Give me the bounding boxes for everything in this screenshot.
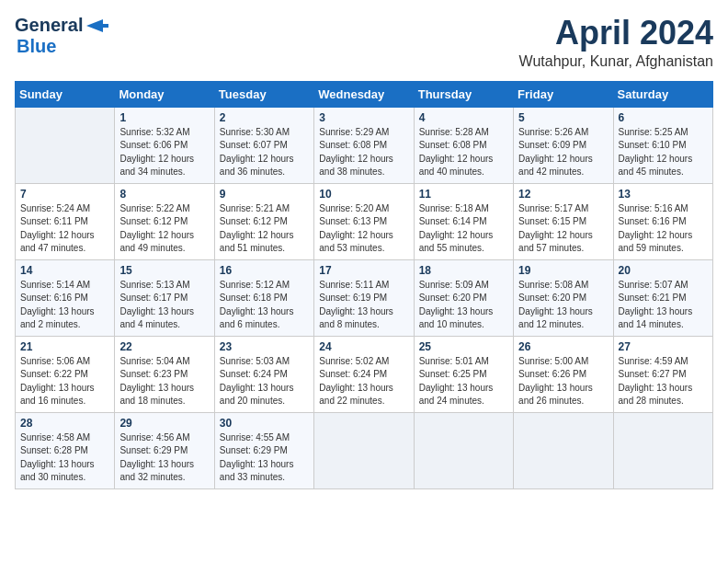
calendar-week-row: 21Sunrise: 5:06 AM Sunset: 6:22 PM Dayli… [16,336,713,412]
day-info: Sunrise: 5:21 AM Sunset: 6:12 PM Dayligh… [220,202,309,256]
day-number: 3 [319,111,408,124]
calendar-cell: 1Sunrise: 5:32 AM Sunset: 6:06 PM Daylig… [115,107,214,183]
day-info: Sunrise: 4:59 AM Sunset: 6:27 PM Dayligh… [619,355,708,408]
day-number: 5 [518,111,608,124]
calendar-cell: 15Sunrise: 5:13 AM Sunset: 6:17 PM Dayli… [115,259,214,336]
calendar-cell: 22Sunrise: 5:04 AM Sunset: 6:23 PM Dayli… [115,336,214,412]
calendar-cell: 3Sunrise: 5:29 AM Sunset: 6:08 PM Daylig… [314,107,414,183]
day-info: Sunrise: 5:28 AM Sunset: 6:08 PM Dayligh… [419,126,508,179]
day-info: Sunrise: 4:56 AM Sunset: 6:29 PM Dayligh… [119,431,209,485]
day-number: 2 [220,111,309,124]
day-number: 4 [419,111,508,124]
calendar-cell: 16Sunrise: 5:12 AM Sunset: 6:18 PM Dayli… [214,259,313,336]
day-number: 24 [319,340,408,353]
calendar-week-row: 1Sunrise: 5:32 AM Sunset: 6:06 PM Daylig… [16,107,713,183]
day-info: Sunrise: 5:06 AM Sunset: 6:22 PM Dayligh… [20,355,109,408]
day-info: Sunrise: 5:29 AM Sunset: 6:08 PM Dayligh… [319,126,408,179]
calendar-cell: 5Sunrise: 5:26 AM Sunset: 6:09 PM Daylig… [514,107,613,183]
day-number: 7 [20,188,109,201]
calendar-cell: 10Sunrise: 5:20 AM Sunset: 6:13 PM Dayli… [314,183,414,259]
day-number: 18 [419,264,508,277]
calendar-cell: 2Sunrise: 5:30 AM Sunset: 6:07 PM Daylig… [214,107,313,183]
page-header: General Blue April 2024 Wutahpur, Kunar,… [15,15,713,70]
day-info: Sunrise: 4:58 AM Sunset: 6:28 PM Dayligh… [20,431,109,485]
day-number: 13 [619,188,708,201]
calendar-cell: 29Sunrise: 4:56 AM Sunset: 6:29 PM Dayli… [115,412,214,488]
calendar-cell: 20Sunrise: 5:07 AM Sunset: 6:21 PM Dayli… [613,259,712,336]
calendar-cell: 30Sunrise: 4:55 AM Sunset: 6:29 PM Dayli… [214,412,313,488]
day-number: 29 [119,417,209,430]
day-number: 8 [119,188,209,201]
weekday-header: Thursday [414,81,513,107]
day-info: Sunrise: 5:25 AM Sunset: 6:10 PM Dayligh… [619,126,708,179]
calendar-week-row: 28Sunrise: 4:58 AM Sunset: 6:28 PM Dayli… [16,412,713,488]
day-info: Sunrise: 5:03 AM Sunset: 6:24 PM Dayligh… [220,355,309,408]
location: Wutahpur, Kunar, Afghanistan [519,53,713,70]
weekday-header: Sunday [16,81,115,107]
title-section: April 2024 Wutahpur, Kunar, Afghanistan [519,15,713,70]
logo-general: General [15,15,83,36]
calendar-week-row: 14Sunrise: 5:14 AM Sunset: 6:16 PM Dayli… [16,259,713,336]
calendar-cell: 18Sunrise: 5:09 AM Sunset: 6:20 PM Dayli… [414,259,513,336]
day-info: Sunrise: 5:01 AM Sunset: 6:25 PM Dayligh… [419,355,508,408]
calendar-cell: 19Sunrise: 5:08 AM Sunset: 6:20 PM Dayli… [514,259,613,336]
calendar-cell: 24Sunrise: 5:02 AM Sunset: 6:24 PM Dayli… [314,336,414,412]
day-number: 6 [619,111,708,124]
weekday-header: Saturday [613,81,712,107]
calendar-cell: 12Sunrise: 5:17 AM Sunset: 6:15 PM Dayli… [514,183,613,259]
calendar-cell: 11Sunrise: 5:18 AM Sunset: 6:14 PM Dayli… [414,183,513,259]
day-number: 17 [319,264,408,277]
weekday-header: Friday [514,81,613,107]
calendar-cell: 21Sunrise: 5:06 AM Sunset: 6:22 PM Dayli… [16,336,115,412]
calendar-cell [16,107,115,183]
day-number: 26 [518,340,608,353]
day-info: Sunrise: 5:04 AM Sunset: 6:23 PM Dayligh… [119,355,209,408]
logo: General Blue [15,15,110,57]
calendar-cell: 13Sunrise: 5:16 AM Sunset: 6:16 PM Dayli… [613,183,712,259]
calendar-body: 1Sunrise: 5:32 AM Sunset: 6:06 PM Daylig… [16,107,713,488]
day-number: 20 [619,264,708,277]
day-info: Sunrise: 5:11 AM Sunset: 6:19 PM Dayligh… [319,279,408,332]
day-info: Sunrise: 5:24 AM Sunset: 6:11 PM Dayligh… [20,202,109,256]
day-info: Sunrise: 5:00 AM Sunset: 6:26 PM Dayligh… [518,355,608,408]
day-number: 10 [319,188,408,201]
day-number: 28 [20,417,109,430]
calendar-cell: 14Sunrise: 5:14 AM Sunset: 6:16 PM Dayli… [16,259,115,336]
logo-arrow-icon [85,17,110,34]
day-number: 16 [220,264,309,277]
day-info: Sunrise: 5:08 AM Sunset: 6:20 PM Dayligh… [518,279,608,332]
calendar-week-row: 7Sunrise: 5:24 AM Sunset: 6:11 PM Daylig… [16,183,713,259]
day-number: 15 [119,264,209,277]
day-number: 23 [220,340,309,353]
day-number: 25 [419,340,508,353]
day-info: Sunrise: 5:32 AM Sunset: 6:06 PM Dayligh… [119,126,209,179]
calendar-cell: 8Sunrise: 5:22 AM Sunset: 6:12 PM Daylig… [115,183,214,259]
logo-blue: Blue [17,36,56,57]
day-info: Sunrise: 5:26 AM Sunset: 6:09 PM Dayligh… [518,126,608,179]
calendar-cell: 27Sunrise: 4:59 AM Sunset: 6:27 PM Dayli… [613,336,712,412]
calendar-cell: 28Sunrise: 4:58 AM Sunset: 6:28 PM Dayli… [16,412,115,488]
day-info: Sunrise: 4:55 AM Sunset: 6:29 PM Dayligh… [220,431,309,485]
day-info: Sunrise: 5:16 AM Sunset: 6:16 PM Dayligh… [619,202,708,256]
day-number: 12 [518,188,608,201]
day-info: Sunrise: 5:17 AM Sunset: 6:15 PM Dayligh… [518,202,608,256]
calendar-cell: 6Sunrise: 5:25 AM Sunset: 6:10 PM Daylig… [613,107,712,183]
weekday-header: Monday [115,81,214,107]
calendar-cell [414,412,513,488]
month-title: April 2024 [519,15,713,52]
calendar-table: SundayMondayTuesdayWednesdayThursdayFrid… [15,81,713,489]
day-number: 27 [619,340,708,353]
weekday-header: Tuesday [214,81,313,107]
calendar-cell: 9Sunrise: 5:21 AM Sunset: 6:12 PM Daylig… [214,183,313,259]
calendar-cell [314,412,414,488]
day-number: 21 [20,340,109,353]
day-info: Sunrise: 5:09 AM Sunset: 6:20 PM Dayligh… [419,279,508,332]
day-number: 11 [419,188,508,201]
day-number: 30 [220,417,309,430]
day-info: Sunrise: 5:18 AM Sunset: 6:14 PM Dayligh… [419,202,508,256]
calendar-cell: 25Sunrise: 5:01 AM Sunset: 6:25 PM Dayli… [414,336,513,412]
day-info: Sunrise: 5:20 AM Sunset: 6:13 PM Dayligh… [319,202,408,256]
calendar-cell [514,412,613,488]
calendar-cell: 4Sunrise: 5:28 AM Sunset: 6:08 PM Daylig… [414,107,513,183]
day-info: Sunrise: 5:22 AM Sunset: 6:12 PM Dayligh… [119,202,209,256]
